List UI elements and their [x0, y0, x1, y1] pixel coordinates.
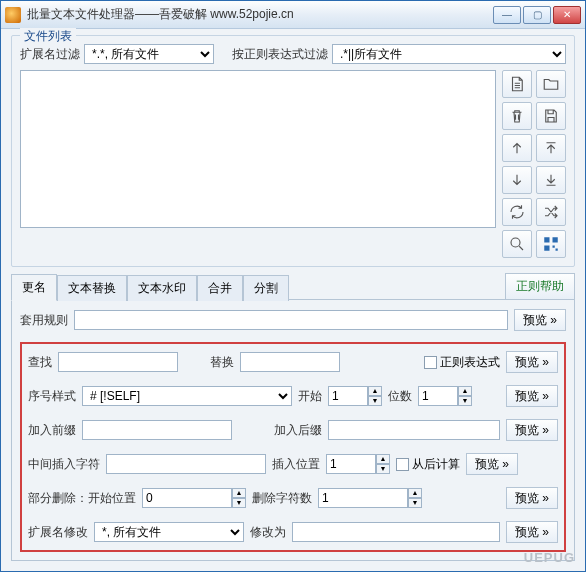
svg-point-0 — [511, 238, 520, 247]
seq-style-label: 序号样式 — [28, 388, 76, 405]
folder-icon[interactable] — [536, 70, 566, 98]
ext-mod-select[interactable]: *, 所有文件 — [94, 522, 244, 542]
replace-input[interactable] — [240, 352, 340, 372]
maximize-button[interactable]: ▢ — [523, 6, 551, 24]
tab-watermark[interactable]: 文本水印 — [127, 275, 197, 301]
del-count-spinner[interactable]: ▲▼ — [318, 488, 422, 508]
document-icon[interactable] — [502, 70, 532, 98]
titlebar: 批量文本文件处理器——吾爱破解 www.52pojie.cn — ▢ ✕ — [1, 1, 585, 29]
find-label: 查找 — [28, 354, 52, 371]
app-icon — [5, 7, 21, 23]
arrow-top-icon[interactable] — [536, 134, 566, 162]
digits-label: 位数 — [388, 388, 412, 405]
digits-spinner[interactable]: ▲▼ — [418, 386, 472, 406]
preview-button-7[interactable]: 预览 » — [506, 521, 558, 543]
toolbar-icons — [502, 70, 566, 258]
regex-filter-label: 按正则表达式过滤 — [232, 46, 328, 63]
refresh-icon[interactable] — [502, 198, 532, 226]
preview-button-4[interactable]: 预览 » — [506, 419, 558, 441]
tab-merge[interactable]: 合并 — [197, 275, 243, 301]
arrow-up-icon[interactable] — [502, 134, 532, 162]
suffix-label: 加入后缀 — [274, 422, 322, 439]
minimize-button[interactable]: — — [493, 6, 521, 24]
preview-button-2[interactable]: 预览 » — [506, 351, 558, 373]
svg-rect-2 — [553, 237, 558, 242]
ext-filter-select[interactable]: *.*, 所有文件 — [84, 44, 214, 64]
close-button[interactable]: ✕ — [553, 6, 581, 24]
file-list-title: 文件列表 — [20, 28, 76, 45]
regex-filter-select[interactable]: .*||所有文件 — [332, 44, 566, 64]
insert-char-input[interactable] — [106, 454, 266, 474]
tab-rename[interactable]: 更名 — [11, 274, 57, 301]
preview-button-1[interactable]: 预览 » — [514, 309, 566, 331]
insert-pos-label: 插入位置 — [272, 456, 320, 473]
ext-filter-label: 扩展名过滤 — [20, 46, 80, 63]
svg-rect-3 — [544, 246, 549, 251]
regex-checkbox[interactable]: 正则表达式 — [424, 354, 500, 371]
svg-rect-5 — [556, 249, 558, 251]
tabs: 更名 文本替换 文本水印 合并 分割 正则帮助 — [11, 273, 575, 300]
insert-pos-spinner[interactable]: ▲▼ — [326, 454, 390, 474]
start-spinner[interactable]: ▲▼ — [328, 386, 382, 406]
regex-help-button[interactable]: 正则帮助 — [505, 273, 575, 300]
tab-split[interactable]: 分割 — [243, 275, 289, 301]
file-list-box[interactable] — [20, 70, 496, 228]
prefix-input[interactable] — [82, 420, 232, 440]
file-list-group: 文件列表 扩展名过滤 *.*, 所有文件 按正则表达式过滤 .*||所有文件 — [11, 35, 575, 267]
ruleset-input[interactable] — [74, 310, 508, 330]
find-input[interactable] — [58, 352, 178, 372]
del-start-spinner[interactable]: ▲▼ — [142, 488, 246, 508]
replace-label: 替换 — [210, 354, 234, 371]
preview-button-6[interactable]: 预览 » — [506, 487, 558, 509]
seq-style-select[interactable]: # [!SELF] — [82, 386, 292, 406]
insert-char-label: 中间插入字符 — [28, 456, 100, 473]
prefix-label: 加入前缀 — [28, 422, 76, 439]
highlight-section: 查找 替换 正则表达式 预览 » 序号样式 # [!SELF] 开始 ▲▼ 位数… — [20, 342, 566, 552]
arrow-bottom-icon[interactable] — [536, 166, 566, 194]
suffix-input[interactable] — [328, 420, 500, 440]
preview-button-3[interactable]: 预览 » — [506, 385, 558, 407]
mod-to-input[interactable] — [292, 522, 500, 542]
del-count-label: 删除字符数 — [252, 490, 312, 507]
search-icon[interactable] — [502, 230, 532, 258]
svg-rect-4 — [553, 246, 555, 248]
tab-replace[interactable]: 文本替换 — [57, 275, 127, 301]
ext-mod-label: 扩展名修改 — [28, 524, 88, 541]
arrow-down-icon[interactable] — [502, 166, 532, 194]
window-title: 批量文本文件处理器——吾爱破解 www.52pojie.cn — [27, 6, 493, 23]
from-end-checkbox[interactable]: 从后计算 — [396, 456, 460, 473]
rename-panel: 套用规则 预览 » 查找 替换 正则表达式 预览 » 序号样式 # [! — [11, 300, 575, 561]
qr-icon[interactable] — [536, 230, 566, 258]
svg-rect-1 — [544, 237, 549, 242]
shuffle-icon[interactable] — [536, 198, 566, 226]
preview-button-5[interactable]: 预览 » — [466, 453, 518, 475]
mod-to-label: 修改为 — [250, 524, 286, 541]
partial-del-label: 部分删除：开始位置 — [28, 490, 136, 507]
save-icon[interactable] — [536, 102, 566, 130]
start-label: 开始 — [298, 388, 322, 405]
trash-icon[interactable] — [502, 102, 532, 130]
ruleset-label: 套用规则 — [20, 312, 68, 329]
